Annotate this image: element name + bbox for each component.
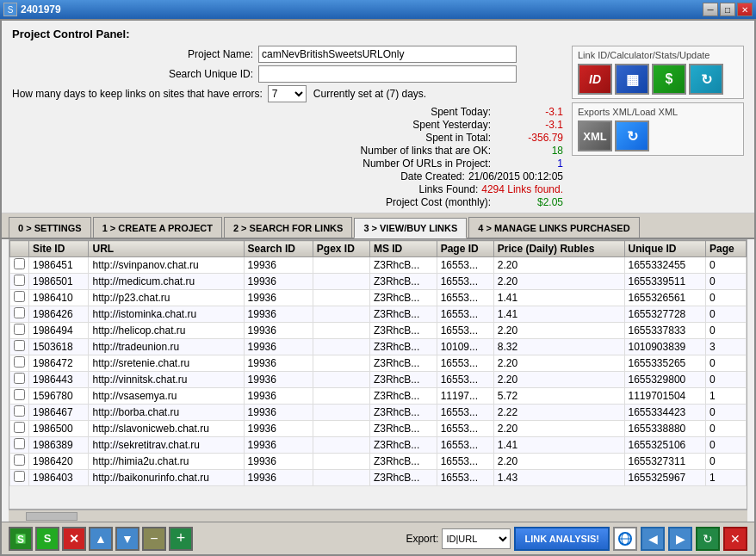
cell-pgex-id — [313, 470, 369, 486]
cell-price: 1.43 — [493, 470, 624, 486]
tab-search[interactable]: 2 > SEARCH FOR LINKS — [224, 217, 352, 238]
ie-button[interactable] — [613, 527, 637, 551]
cell-site-id: 1986426 — [29, 306, 89, 323]
tabs-bar: 0 > SETTINGS 1 > CREATE A PROJECT 2 > SE… — [2, 213, 754, 239]
update-button[interactable]: ↻ — [689, 64, 723, 95]
table-row: 1986443 http://vinnitsk.chat.ru 19936 Z3… — [10, 372, 747, 388]
forward-button[interactable]: ▶ — [668, 527, 692, 551]
table-row: 1986494 http://helicop.chat.ru 19936 Z3R… — [10, 323, 747, 339]
row-checkbox[interactable] — [14, 258, 25, 269]
cell-page-id: 16553... — [437, 421, 493, 437]
cell-unique-id: 1655338880 — [624, 421, 705, 437]
horizontal-scrollbar[interactable] — [9, 510, 747, 522]
cell-url: http://istominka.chat.ru — [89, 306, 244, 323]
project-name-label: Project Name: — [12, 48, 253, 60]
stats-button[interactable]: $ — [652, 64, 686, 95]
add-green-button[interactable]: S — [9, 527, 33, 551]
s-button[interactable]: S — [35, 527, 59, 551]
refresh-bottom-button[interactable]: ↻ — [696, 527, 720, 551]
days-select[interactable]: 71430 — [268, 85, 307, 102]
cell-search-id: 19936 — [244, 290, 313, 306]
cell-price: 2.22 — [493, 405, 624, 421]
spent-total-label: Spent in Total: — [425, 132, 491, 144]
cell-search-id: 19936 — [244, 372, 313, 388]
row-checkbox[interactable] — [14, 471, 25, 482]
close-button[interactable]: ✕ — [737, 3, 753, 16]
row-checkbox[interactable] — [14, 356, 25, 368]
cell-unique-id: 1655325106 — [624, 437, 705, 454]
col-page: Page — [705, 241, 746, 257]
cell-ms-id: Z3RhcB... — [369, 274, 437, 290]
project-name-input[interactable] — [258, 46, 517, 63]
row-checkbox-cell — [10, 355, 29, 372]
row-checkbox[interactable] — [14, 389, 25, 400]
tab-manage[interactable]: 4 > MANAGE LINKS PURCHASED — [468, 217, 639, 238]
row-checkbox[interactable] — [14, 454, 25, 466]
cell-ms-id: Z3RhcB... — [369, 323, 437, 339]
cell-search-id: 19936 — [244, 274, 313, 290]
cell-price: 2.20 — [493, 257, 624, 274]
cell-url: http://helicop.chat.ru — [89, 323, 244, 339]
down-button[interactable]: ▼ — [115, 527, 139, 551]
load-xml-button[interactable]: ↻ — [615, 120, 649, 151]
cell-search-id: 19936 — [244, 257, 313, 274]
cell-site-id: 1986451 — [29, 257, 89, 274]
back-button[interactable]: ◀ — [641, 527, 665, 551]
minus-button[interactable]: − — [142, 527, 166, 551]
close-bottom-button[interactable]: ✕ — [723, 527, 747, 551]
row-checkbox-cell — [10, 306, 29, 323]
search-uid-input[interactable] — [258, 65, 517, 83]
row-checkbox-cell — [10, 470, 29, 486]
cell-unique-id: 1655339511 — [624, 274, 705, 290]
plus-button[interactable]: + — [169, 527, 193, 551]
delete-button[interactable]: ✕ — [62, 527, 86, 551]
export-xml-button[interactable]: XML — [578, 120, 612, 151]
cell-pgex-id — [313, 306, 369, 323]
cell-site-id: 1986467 — [29, 405, 89, 421]
spent-total-value: -356.79 — [494, 132, 563, 144]
minimize-button[interactable]: ─ — [703, 3, 718, 16]
cell-ms-id: Z3RhcB... — [369, 355, 437, 372]
cell-ms-id: Z3RhcB... — [369, 388, 437, 405]
cell-price: 2.20 — [493, 372, 624, 388]
row-checkbox-cell — [10, 405, 29, 421]
table-row: 1503618 http://tradeunion.ru 19936 Z3Rhc… — [10, 339, 747, 355]
tab-create[interactable]: 1 > CREATE A PROJECT — [93, 217, 222, 238]
cell-site-id: 1986443 — [29, 372, 89, 388]
cell-unique-id: 1655326561 — [624, 290, 705, 306]
row-checkbox[interactable] — [14, 275, 25, 286]
cell-page-id: 16553... — [437, 274, 493, 290]
cell-ms-id: Z3RhcB... — [369, 339, 437, 355]
row-checkbox[interactable] — [14, 340, 25, 351]
link-analysis-button[interactable]: LINK ANALYSIS! — [514, 527, 610, 551]
cell-page-id: 11197... — [437, 388, 493, 405]
tab-view[interactable]: 3 > VIEW/BUY LINKS — [354, 218, 467, 238]
tab-settings[interactable]: 0 > SETTINGS — [9, 217, 91, 238]
cell-page: 0 — [705, 274, 746, 290]
row-checkbox[interactable] — [14, 438, 25, 449]
maximize-button[interactable]: □ — [720, 3, 735, 16]
svg-text:S: S — [17, 534, 24, 546]
cell-price: 2.20 — [493, 274, 624, 290]
cell-price: 2.20 — [493, 454, 624, 470]
row-checkbox[interactable] — [14, 373, 25, 384]
cell-page-id: 16553... — [437, 355, 493, 372]
up-button[interactable]: ▲ — [89, 527, 113, 551]
cell-site-id: 1503618 — [29, 339, 89, 355]
table-container[interactable]: Site ID URL Search ID Pgex ID MS ID Page… — [9, 239, 747, 510]
row-checkbox[interactable] — [14, 307, 25, 318]
control-panel: Project Control Panel: Project Name: Sea… — [2, 21, 754, 213]
export-dropdown[interactable]: ID|URL ID URL ALL — [442, 528, 511, 549]
row-checkbox[interactable] — [14, 291, 25, 302]
cell-page: 0 — [705, 290, 746, 306]
calculator-button[interactable]: ▦ — [615, 64, 649, 95]
project-cost-value: $2.05 — [494, 196, 563, 208]
cell-page-id: 16553... — [437, 290, 493, 306]
cell-pgex-id — [313, 290, 369, 306]
row-checkbox-cell — [10, 290, 29, 306]
link-id-button[interactable]: ID — [578, 64, 612, 95]
spent-today-label: Spent Today: — [431, 106, 491, 118]
row-checkbox[interactable] — [14, 422, 25, 433]
row-checkbox[interactable] — [14, 405, 25, 417]
row-checkbox[interactable] — [14, 324, 25, 335]
